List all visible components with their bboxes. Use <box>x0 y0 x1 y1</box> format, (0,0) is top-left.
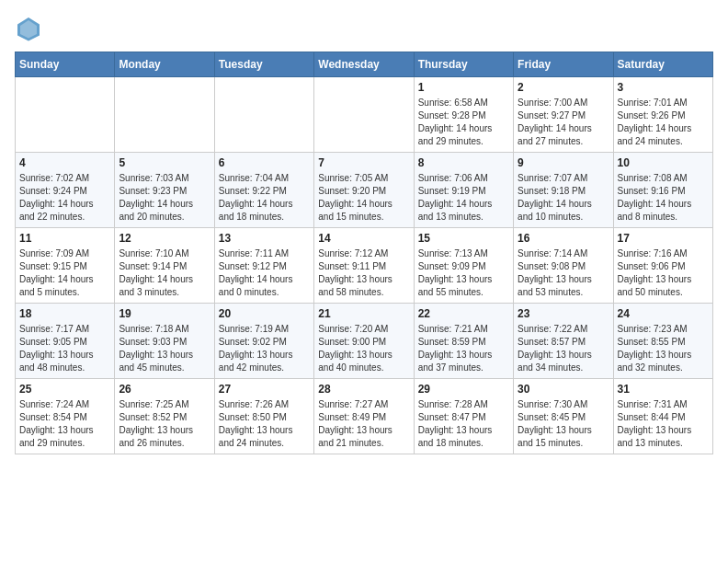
day-info: Sunrise: 7:23 AM Sunset: 8:55 PM Dayligh… <box>618 323 709 374</box>
day-number: 11 <box>19 232 110 245</box>
calendar-day-cell: 18Sunrise: 7:17 AM Sunset: 9:05 PM Dayli… <box>16 304 115 379</box>
calendar-week-row: 1Sunrise: 6:58 AM Sunset: 9:28 PM Daylig… <box>16 77 713 153</box>
calendar-day-cell: 11Sunrise: 7:09 AM Sunset: 9:15 PM Dayli… <box>16 228 115 304</box>
calendar-day-cell <box>314 77 414 153</box>
day-number: 18 <box>19 307 110 320</box>
day-number: 25 <box>19 383 110 396</box>
calendar-week-row: 11Sunrise: 7:09 AM Sunset: 9:15 PM Dayli… <box>16 228 713 304</box>
day-info: Sunrise: 7:05 AM Sunset: 9:20 PM Dayligh… <box>318 172 409 224</box>
calendar-day-cell: 26Sunrise: 7:25 AM Sunset: 8:52 PM Dayli… <box>115 379 214 454</box>
calendar-week-row: 4Sunrise: 7:02 AM Sunset: 9:24 PM Daylig… <box>16 153 713 228</box>
calendar-day-cell: 19Sunrise: 7:18 AM Sunset: 9:03 PM Dayli… <box>115 304 214 379</box>
calendar-day-cell: 24Sunrise: 7:23 AM Sunset: 8:55 PM Dayli… <box>613 304 712 379</box>
day-number: 30 <box>518 383 609 396</box>
day-number: 24 <box>618 307 709 320</box>
calendar-day-cell: 29Sunrise: 7:28 AM Sunset: 8:47 PM Dayli… <box>414 379 513 454</box>
day-info: Sunrise: 7:10 AM Sunset: 9:14 PM Dayligh… <box>119 247 210 299</box>
day-number: 28 <box>318 383 409 396</box>
day-number: 21 <box>318 307 409 320</box>
day-info: Sunrise: 7:17 AM Sunset: 9:05 PM Dayligh… <box>19 323 110 374</box>
day-number: 6 <box>219 156 310 169</box>
day-info: Sunrise: 7:31 AM Sunset: 8:44 PM Dayligh… <box>618 398 709 450</box>
day-info: Sunrise: 7:30 AM Sunset: 8:45 PM Dayligh… <box>518 398 609 450</box>
weekday-header: Wednesday <box>314 52 414 77</box>
calendar-day-cell: 9Sunrise: 7:07 AM Sunset: 9:18 PM Daylig… <box>514 153 613 228</box>
calendar-day-cell: 7Sunrise: 7:05 AM Sunset: 9:20 PM Daylig… <box>314 153 414 228</box>
day-info: Sunrise: 7:01 AM Sunset: 9:26 PM Dayligh… <box>618 97 709 148</box>
weekday-header: Tuesday <box>214 52 313 77</box>
calendar-day-cell: 5Sunrise: 7:03 AM Sunset: 9:23 PM Daylig… <box>115 153 214 228</box>
calendar-week-row: 25Sunrise: 7:24 AM Sunset: 8:54 PM Dayli… <box>16 379 713 454</box>
calendar-day-cell: 31Sunrise: 7:31 AM Sunset: 8:44 PM Dayli… <box>613 379 712 454</box>
calendar-day-cell: 16Sunrise: 7:14 AM Sunset: 9:08 PM Dayli… <box>514 228 613 304</box>
day-info: Sunrise: 7:09 AM Sunset: 9:15 PM Dayligh… <box>19 247 110 299</box>
calendar-table: SundayMondayTuesdayWednesdayThursdayFrid… <box>15 52 713 454</box>
calendar-day-cell: 25Sunrise: 7:24 AM Sunset: 8:54 PM Dayli… <box>16 379 115 454</box>
day-info: Sunrise: 7:24 AM Sunset: 8:54 PM Dayligh… <box>19 398 110 450</box>
calendar-day-cell <box>115 77 214 153</box>
weekday-header: Sunday <box>16 52 115 77</box>
day-number: 29 <box>418 383 509 396</box>
calendar-day-cell: 8Sunrise: 7:06 AM Sunset: 9:19 PM Daylig… <box>414 153 513 228</box>
day-number: 13 <box>219 232 310 245</box>
day-info: Sunrise: 7:14 AM Sunset: 9:08 PM Dayligh… <box>518 247 609 299</box>
calendar-day-cell <box>214 77 313 153</box>
calendar-week-row: 18Sunrise: 7:17 AM Sunset: 9:05 PM Dayli… <box>16 304 713 379</box>
calendar-day-cell: 22Sunrise: 7:21 AM Sunset: 8:59 PM Dayli… <box>414 304 513 379</box>
day-info: Sunrise: 7:25 AM Sunset: 8:52 PM Dayligh… <box>119 398 210 450</box>
weekday-header: Monday <box>115 52 214 77</box>
day-number: 19 <box>119 307 210 320</box>
day-info: Sunrise: 7:18 AM Sunset: 9:03 PM Dayligh… <box>119 323 210 374</box>
day-info: Sunrise: 7:20 AM Sunset: 9:00 PM Dayligh… <box>318 323 409 374</box>
day-info: Sunrise: 7:02 AM Sunset: 9:24 PM Dayligh… <box>19 172 110 224</box>
weekday-header: Friday <box>514 52 613 77</box>
calendar-day-cell: 30Sunrise: 7:30 AM Sunset: 8:45 PM Dayli… <box>514 379 613 454</box>
day-number: 12 <box>119 232 210 245</box>
day-number: 2 <box>518 81 609 94</box>
calendar-day-cell: 2Sunrise: 7:00 AM Sunset: 9:27 PM Daylig… <box>514 77 613 153</box>
day-number: 3 <box>618 81 709 94</box>
day-number: 23 <box>518 307 609 320</box>
day-number: 4 <box>19 156 110 169</box>
day-number: 22 <box>418 307 509 320</box>
calendar-day-cell: 14Sunrise: 7:12 AM Sunset: 9:11 PM Dayli… <box>314 228 414 304</box>
day-info: Sunrise: 7:08 AM Sunset: 9:16 PM Dayligh… <box>618 172 709 224</box>
day-info: Sunrise: 7:28 AM Sunset: 8:47 PM Dayligh… <box>418 398 509 450</box>
weekday-row: SundayMondayTuesdayWednesdayThursdayFrid… <box>16 52 713 77</box>
weekday-header: Saturday <box>613 52 712 77</box>
day-number: 15 <box>418 232 509 245</box>
calendar-day-cell: 15Sunrise: 7:13 AM Sunset: 9:09 PM Dayli… <box>414 228 513 304</box>
day-info: Sunrise: 7:11 AM Sunset: 9:12 PM Dayligh… <box>219 247 310 299</box>
calendar-day-cell: 3Sunrise: 7:01 AM Sunset: 9:26 PM Daylig… <box>613 77 712 153</box>
day-info: Sunrise: 7:12 AM Sunset: 9:11 PM Dayligh… <box>318 247 409 299</box>
calendar-day-cell: 27Sunrise: 7:26 AM Sunset: 8:50 PM Dayli… <box>214 379 313 454</box>
day-info: Sunrise: 7:16 AM Sunset: 9:06 PM Dayligh… <box>618 247 709 299</box>
calendar-day-cell <box>16 77 115 153</box>
day-number: 27 <box>219 383 310 396</box>
day-info: Sunrise: 7:13 AM Sunset: 9:09 PM Dayligh… <box>418 247 509 299</box>
day-info: Sunrise: 7:19 AM Sunset: 9:02 PM Dayligh… <box>219 323 310 374</box>
day-number: 17 <box>618 232 709 245</box>
day-info: Sunrise: 7:04 AM Sunset: 9:22 PM Dayligh… <box>219 172 310 224</box>
calendar-day-cell: 12Sunrise: 7:10 AM Sunset: 9:14 PM Dayli… <box>115 228 214 304</box>
day-number: 26 <box>119 383 210 396</box>
day-info: Sunrise: 7:22 AM Sunset: 8:57 PM Dayligh… <box>518 323 609 374</box>
calendar-header: SundayMondayTuesdayWednesdayThursdayFrid… <box>16 52 713 77</box>
calendar-day-cell: 28Sunrise: 7:27 AM Sunset: 8:49 PM Dayli… <box>314 379 414 454</box>
calendar-day-cell: 20Sunrise: 7:19 AM Sunset: 9:02 PM Dayli… <box>214 304 313 379</box>
day-info: Sunrise: 7:03 AM Sunset: 9:23 PM Dayligh… <box>119 172 210 224</box>
weekday-header: Thursday <box>414 52 513 77</box>
calendar-day-cell: 6Sunrise: 7:04 AM Sunset: 9:22 PM Daylig… <box>214 153 313 228</box>
calendar-day-cell: 23Sunrise: 7:22 AM Sunset: 8:57 PM Dayli… <box>514 304 613 379</box>
day-number: 5 <box>119 156 210 169</box>
day-number: 9 <box>518 156 609 169</box>
day-info: Sunrise: 7:26 AM Sunset: 8:50 PM Dayligh… <box>219 398 310 450</box>
day-info: Sunrise: 7:06 AM Sunset: 9:19 PM Dayligh… <box>418 172 509 224</box>
calendar-day-cell: 10Sunrise: 7:08 AM Sunset: 9:16 PM Dayli… <box>613 153 712 228</box>
calendar-day-cell: 17Sunrise: 7:16 AM Sunset: 9:06 PM Dayli… <box>613 228 712 304</box>
day-info: Sunrise: 7:21 AM Sunset: 8:59 PM Dayligh… <box>418 323 509 374</box>
page-header <box>15 15 713 42</box>
day-number: 20 <box>219 307 310 320</box>
logo-icon <box>15 15 42 42</box>
day-number: 16 <box>518 232 609 245</box>
